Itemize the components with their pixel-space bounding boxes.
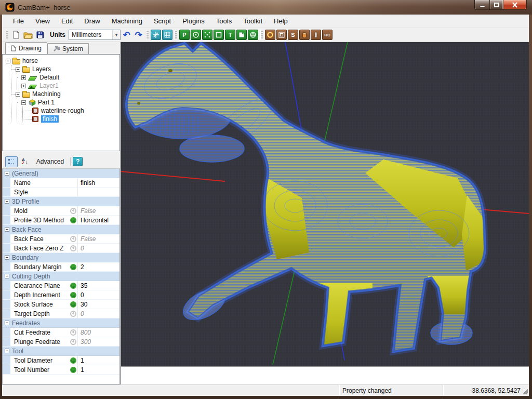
- value-set-indicator-icon[interactable]: [70, 367, 76, 373]
- property-value[interactable]: 1: [77, 356, 119, 365]
- property-category-row[interactable]: −Feedrates: [3, 318, 119, 328]
- default-value-indicator-icon[interactable]: [70, 236, 76, 242]
- collapse-icon[interactable]: −: [16, 67, 20, 72]
- mop-pocket-button[interactable]: [276, 30, 287, 40]
- draw-polyline-button[interactable]: P: [179, 30, 190, 40]
- property-row[interactable]: Back FaceFalse: [3, 234, 119, 244]
- titlebar[interactable]: CamBam+ horse: [0, 0, 532, 15]
- resize-grip[interactable]: [523, 389, 528, 394]
- mop-heightmap-button[interactable]: HC: [322, 30, 332, 40]
- menu-file[interactable]: File: [7, 16, 30, 26]
- property-value[interactable]: [77, 188, 119, 196]
- property-row[interactable]: Stock Surface30: [3, 300, 119, 309]
- advanced-button[interactable]: Advanced: [32, 158, 68, 165]
- property-row[interactable]: Tool Number1: [3, 365, 119, 375]
- collapse-icon[interactable]: −: [5, 255, 9, 260]
- menu-edit[interactable]: Edit: [56, 16, 78, 26]
- menu-plugins[interactable]: Plugins: [177, 16, 210, 26]
- tab-drawing[interactable]: Drawing: [5, 42, 47, 54]
- value-set-indicator-icon[interactable]: [70, 283, 76, 289]
- minimize-button[interactable]: [474, 0, 489, 10]
- property-category-row[interactable]: −Tool: [3, 347, 119, 356]
- property-value[interactable]: Horizontal: [77, 216, 119, 224]
- property-value[interactable]: finish: [77, 178, 119, 187]
- tree-item-finish[interactable]: finish: [23, 115, 119, 123]
- property-value[interactable]: 0: [77, 290, 119, 299]
- menu-help[interactable]: Help: [268, 16, 294, 26]
- mop-drill-button[interactable]: [299, 30, 310, 40]
- property-category-row[interactable]: −Back Face: [3, 225, 119, 234]
- menu-view[interactable]: View: [30, 16, 56, 26]
- menu-tools[interactable]: Tools: [210, 16, 237, 26]
- menu-draw[interactable]: Draw: [78, 16, 105, 26]
- property-value[interactable]: 300: [77, 337, 119, 346]
- tree-item-part1[interactable]: − Part 1: [17, 98, 119, 107]
- value-set-indicator-icon[interactable]: [70, 292, 76, 298]
- collapse-icon[interactable]: −: [5, 321, 9, 325]
- menu-script[interactable]: Script: [148, 16, 177, 26]
- collapse-icon[interactable]: −: [21, 100, 26, 105]
- collapse-icon[interactable]: −: [5, 199, 9, 204]
- alphabetical-sort-button[interactable]: AZ ↓: [20, 156, 30, 167]
- draw-text-button[interactable]: T: [225, 30, 235, 40]
- collapse-icon[interactable]: −: [5, 171, 9, 176]
- mop-engrave-button[interactable]: S: [288, 30, 298, 40]
- help-button[interactable]: ?: [73, 157, 83, 166]
- menu-toolkit[interactable]: Toolkit: [237, 16, 268, 26]
- property-category-row[interactable]: −Cutting Depth: [3, 272, 119, 281]
- property-value[interactable]: False: [77, 234, 119, 243]
- property-row[interactable]: Namefinish: [3, 178, 119, 188]
- collapse-icon[interactable]: −: [16, 92, 20, 97]
- tree-item-layers[interactable]: − Layers: [11, 65, 119, 73]
- property-row[interactable]: Profile 3D MethodHorizontal: [3, 216, 119, 225]
- tree-item-machining[interactable]: − Machining: [11, 90, 119, 98]
- redo-button[interactable]: ↷: [132, 29, 144, 41]
- property-row[interactable]: Plunge Feedrate300: [3, 337, 119, 347]
- value-set-indicator-icon[interactable]: [70, 264, 76, 270]
- property-value[interactable]: 1: [77, 365, 119, 374]
- expand-icon[interactable]: +: [21, 84, 26, 88]
- panel-splitter[interactable]: [2, 151, 120, 155]
- property-row[interactable]: Back Face Zero Z0: [3, 244, 119, 253]
- toggle-grid-button[interactable]: [162, 30, 172, 40]
- property-row[interactable]: Style: [3, 188, 119, 197]
- draw-rectangle-button[interactable]: [214, 30, 224, 40]
- property-row[interactable]: Boundary Margin2: [3, 262, 119, 272]
- default-value-indicator-icon[interactable]: [70, 339, 76, 345]
- default-value-indicator-icon[interactable]: [70, 245, 76, 251]
- viewport-3d[interactable]: [121, 42, 529, 367]
- property-value[interactable]: 800: [77, 328, 119, 337]
- draw-sphere-button[interactable]: [248, 30, 258, 40]
- collapse-icon[interactable]: −: [5, 227, 9, 232]
- tab-system[interactable]: System: [47, 43, 89, 54]
- draw-surface-button[interactable]: [236, 30, 247, 40]
- close-button[interactable]: [503, 0, 527, 10]
- property-value[interactable]: 0: [77, 244, 119, 252]
- value-set-indicator-icon[interactable]: [70, 301, 76, 308]
- collapse-icon[interactable]: −: [5, 349, 9, 353]
- draw-points-button[interactable]: [202, 30, 212, 40]
- open-file-button[interactable]: [22, 29, 34, 41]
- save-button[interactable]: [34, 29, 46, 41]
- mop-lathe-button[interactable]: [311, 30, 321, 40]
- default-value-indicator-icon[interactable]: [70, 311, 76, 317]
- expand-icon[interactable]: +: [21, 75, 26, 80]
- new-file-button[interactable]: [10, 29, 22, 41]
- property-value[interactable]: 0: [77, 309, 119, 318]
- property-row[interactable]: Cut Feedrate800: [3, 328, 119, 337]
- value-set-indicator-icon[interactable]: [70, 217, 76, 223]
- property-row[interactable]: Clearance Plane35: [3, 281, 119, 290]
- property-category-row[interactable]: −(General): [3, 169, 119, 178]
- tree-item-layer1[interactable]: + Layer1: [17, 82, 119, 90]
- draw-circle-button[interactable]: [191, 30, 201, 40]
- property-category-row[interactable]: −Boundary: [3, 253, 119, 262]
- tree-item-waterline-rough[interactable]: waterline-rough: [23, 107, 119, 115]
- viewport-canvas[interactable]: [121, 42, 529, 366]
- collapse-icon[interactable]: −: [6, 59, 10, 63]
- menu-machining[interactable]: Machining: [106, 16, 148, 26]
- mop-profile-button[interactable]: [265, 30, 275, 40]
- categorized-view-button[interactable]: [5, 156, 18, 167]
- collapse-icon[interactable]: −: [5, 274, 9, 278]
- units-select[interactable]: Millimeters ▾: [69, 30, 121, 40]
- property-value[interactable]: 30: [77, 300, 119, 309]
